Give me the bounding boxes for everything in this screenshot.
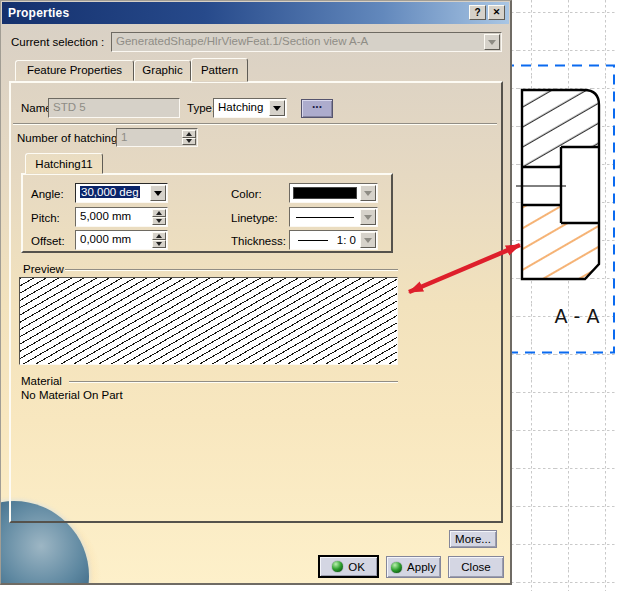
ok-status-icon	[332, 561, 343, 572]
help-icon[interactable]: ?	[469, 5, 486, 20]
more-button[interactable]: More...	[449, 530, 497, 548]
apply-status-icon	[391, 562, 402, 573]
subtab-hatching11[interactable]: Hatching11	[25, 153, 103, 174]
pattern-tab-panel	[9, 81, 503, 523]
section-view[interactable]	[516, 90, 599, 279]
section-view-label: A - A	[555, 305, 600, 327]
title-bar[interactable]: Properties ? ✕	[2, 2, 509, 24]
close-button[interactable]: Close	[448, 556, 504, 578]
current-selection-label: Current selection :	[11, 36, 104, 48]
apply-button-label: Apply	[407, 561, 436, 573]
close-button-label: Close	[461, 561, 490, 573]
drawing-grid	[505, 0, 617, 591]
window-title: Properties	[2, 6, 69, 20]
ok-button-label: OK	[348, 561, 365, 573]
close-icon[interactable]: ✕	[488, 5, 505, 20]
current-selection-dropdown-icon	[484, 34, 500, 50]
tab-graphic[interactable]: Graphic	[134, 60, 191, 81]
tab-pattern[interactable]: Pattern	[191, 58, 248, 82]
ok-button[interactable]: OK	[318, 555, 379, 578]
current-selection-value: GeneratedShape/HlrViewFeat.1/Section vie…	[112, 33, 482, 47]
apply-button[interactable]: Apply	[386, 556, 441, 578]
tab-feature-properties[interactable]: Feature Properties	[15, 60, 134, 81]
properties-dialog: Properties ? ✕ Current selection : Gener…	[0, 0, 512, 585]
current-selection-combo: GeneratedShape/HlrViewFeat.1/Section vie…	[111, 32, 502, 52]
